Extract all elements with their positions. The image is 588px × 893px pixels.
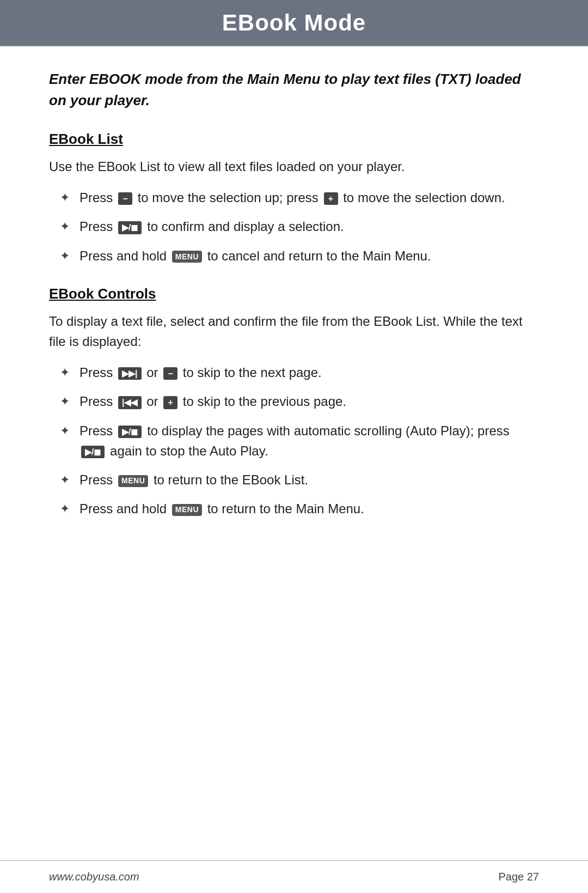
- list-item-content: Press − to move the selection up; press …: [79, 187, 539, 208]
- footer-url: www.cobyusa.com: [49, 871, 139, 883]
- menu-button-badge: MENU: [172, 251, 202, 263]
- ebook-list-description: Use the EBook List to view all text file…: [49, 156, 539, 177]
- plus-button-badge: +: [163, 396, 177, 409]
- bullet-star-icon: ✦: [60, 500, 70, 518]
- play-button-badge-2: ▶/◼: [81, 446, 105, 458]
- list-item-content: Press ▶▶| or − to skip to the next page.: [79, 362, 539, 382]
- menu-button-badge: MENU: [118, 475, 148, 487]
- list-item: ✦ Press and hold MENU to cancel and retu…: [49, 246, 539, 266]
- ebook-list-heading: EBook List: [49, 131, 539, 148]
- minus-button-badge: −: [163, 367, 177, 380]
- list-item-content: Press ▶/◼ to display the pages with auto…: [79, 421, 539, 461]
- menu-button-badge-2: MENU: [172, 504, 202, 516]
- bullet-star-icon: ✦: [60, 471, 70, 489]
- list-item: ✦ Press |◀◀ or + to skip to the previous…: [49, 391, 539, 411]
- list-item-content: Press and hold MENU to return to the Mai…: [79, 499, 539, 519]
- minus-button-badge: −: [118, 192, 132, 205]
- ebook-controls-section: EBook Controls To display a text file, s…: [49, 285, 539, 519]
- intro-text: Enter EBOOK mode from the Main Menu to p…: [49, 69, 539, 111]
- ebook-controls-heading: EBook Controls: [49, 285, 539, 302]
- main-content: Enter EBOOK mode from the Main Menu to p…: [0, 47, 588, 593]
- list-item-content: Press ▶/◼ to confirm and display a selec…: [79, 216, 539, 236]
- list-item-content: Press MENU to return to the EBook List.: [79, 470, 539, 490]
- list-item-content: Press and hold MENU to cancel and return…: [79, 246, 539, 266]
- rwd-button-badge: |◀◀: [118, 396, 141, 409]
- footer-page-number: Page 27: [498, 871, 539, 883]
- list-item: ✦ Press ▶▶| or − to skip to the next pag…: [49, 362, 539, 382]
- ebook-controls-bullets: ✦ Press ▶▶| or − to skip to the next pag…: [49, 362, 539, 519]
- bullet-star-icon: ✦: [60, 247, 70, 265]
- page-footer: www.cobyusa.com Page 27: [0, 860, 588, 893]
- bullet-star-icon: ✦: [60, 392, 70, 411]
- ebook-controls-description: To display a text file, select and confi…: [49, 311, 539, 351]
- bullet-star-icon: ✦: [60, 363, 70, 382]
- ebook-list-section: EBook List Use the EBook List to view al…: [49, 131, 539, 266]
- list-item: ✦ Press ▶/◼ to display the pages with au…: [49, 421, 539, 461]
- list-item-content: Press |◀◀ or + to skip to the previous p…: [79, 391, 539, 411]
- ebook-list-bullets: ✦ Press − to move the selection up; pres…: [49, 187, 539, 266]
- list-item: ✦ Press MENU to return to the EBook List…: [49, 470, 539, 490]
- page-header: EBook Mode: [0, 0, 588, 46]
- page-title: EBook Mode: [33, 10, 555, 36]
- play-button-badge: ▶/◼: [118, 221, 142, 234]
- list-item: ✦ Press − to move the selection up; pres…: [49, 187, 539, 208]
- bullet-star-icon: ✦: [60, 217, 70, 236]
- fwd-button-badge: ▶▶|: [118, 367, 141, 380]
- bullet-star-icon: ✦: [60, 422, 70, 440]
- plus-button-badge: +: [324, 192, 338, 205]
- list-item: ✦ Press and hold MENU to return to the M…: [49, 499, 539, 519]
- play-button-badge: ▶/◼: [118, 426, 142, 438]
- bullet-star-icon: ✦: [60, 189, 70, 207]
- list-item: ✦ Press ▶/◼ to confirm and display a sel…: [49, 216, 539, 236]
